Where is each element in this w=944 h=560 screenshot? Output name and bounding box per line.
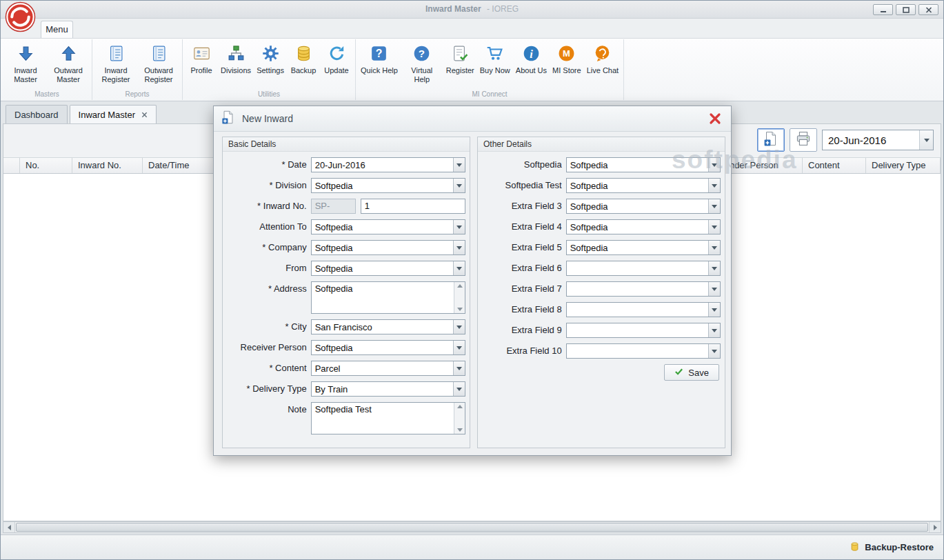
ribbon-button-settings[interactable]: Settings — [254, 39, 287, 75]
chevron-down-icon[interactable] — [708, 241, 720, 254]
save-button-label: Save — [688, 368, 709, 378]
chat-icon — [593, 43, 612, 64]
ribbon-button-about-us[interactable]: iAbout Us — [513, 39, 550, 75]
other-softpedia-combobox[interactable]: Softpedia — [566, 157, 721, 172]
tab-close-icon[interactable] — [141, 112, 148, 118]
chevron-down-icon[interactable] — [453, 179, 465, 192]
column-header-delivery-type[interactable]: Delivery Type — [866, 158, 941, 173]
combobox-value: Softpedia — [567, 222, 708, 232]
basic-note-textarea[interactable]: Softpedia Test — [311, 402, 465, 434]
basic-content-combobox[interactable]: Parcel — [311, 361, 465, 376]
chevron-down-icon[interactable] — [708, 199, 720, 213]
register-doc-icon — [451, 43, 470, 64]
svg-text:i: i — [530, 48, 533, 61]
other-extra-field-6-combobox[interactable] — [566, 261, 721, 276]
ribbon-groups: Inward MasterOutward MasterMastersInward… — [1, 39, 943, 101]
chevron-down-icon[interactable] — [453, 361, 465, 375]
other-extra-field-10-combobox[interactable] — [566, 343, 721, 359]
column-header-content[interactable]: Content — [803, 158, 866, 173]
ribbon-button-register[interactable]: Register — [443, 39, 477, 75]
combobox-value: Softpedia — [567, 181, 708, 191]
ribbon-group-reports: Inward RegisterOutward RegisterReports — [92, 39, 183, 100]
chevron-down-icon[interactable] — [453, 382, 465, 396]
basic-address-textarea[interactable]: Softpedia — [311, 281, 465, 314]
tab-dashboard[interactable]: Dashboard — [6, 105, 68, 123]
chevron-down-icon[interactable] — [708, 303, 720, 317]
chevron-down-icon[interactable] — [708, 220, 720, 234]
scroll-right-button[interactable] — [929, 522, 941, 532]
close-button[interactable] — [918, 4, 938, 15]
field-label: * Company — [227, 240, 307, 255]
tab-inward-master[interactable]: Inward Master — [70, 105, 157, 123]
ribbon-button-label: Quick Help — [361, 66, 398, 75]
textarea-scrollbar[interactable] — [454, 403, 465, 434]
textarea-scrollbar[interactable] — [454, 282, 465, 313]
ribbon-button-inward-master[interactable]: Inward Master — [4, 39, 47, 83]
chevron-down-icon[interactable] — [453, 220, 465, 234]
chevron-down-icon[interactable] — [453, 320, 465, 334]
chevron-down-icon[interactable] — [453, 341, 465, 354]
scrollbar-thumb[interactable] — [16, 523, 928, 532]
chevron-down-icon[interactable] — [453, 261, 465, 275]
ribbon-button-buy-now[interactable]: Buy Now — [477, 39, 513, 75]
chevron-down-icon[interactable] — [708, 282, 720, 296]
basic-delivery-type-combobox[interactable]: By Train — [311, 381, 465, 397]
ribbon-button-label: MI Store — [552, 66, 581, 75]
app-logo-icon — [5, 1, 36, 32]
basic-company-row: * CompanySoftpedia — [227, 240, 465, 255]
dialog-header: New Inward — [214, 106, 731, 132]
basic-date-combobox[interactable]: 20-Jun-2016 — [311, 157, 465, 172]
basic-date-row: * Date20-Jun-2016 — [227, 157, 465, 172]
print-button[interactable] — [790, 128, 817, 152]
chevron-down-icon[interactable] — [708, 179, 720, 192]
save-button[interactable]: Save — [664, 364, 719, 381]
column-header-inward-no[interactable]: Inward No. — [72, 158, 143, 173]
other-extra-field-8-combobox[interactable] — [566, 302, 721, 317]
chevron-down-icon[interactable] — [708, 323, 720, 337]
ribbon-button-virtual-help[interactable]: ?Virtual Help — [401, 39, 443, 83]
backup-restore-button[interactable]: Backup-Restore — [850, 541, 934, 554]
dialog-close-button[interactable] — [706, 110, 724, 128]
menu-tab[interactable]: Menu — [41, 21, 73, 38]
other-extra-field-5-combobox[interactable]: Softpedia — [566, 240, 721, 255]
ribbon-button-outward-register[interactable]: Outward Register — [137, 39, 180, 83]
chevron-down-icon[interactable] — [919, 130, 933, 150]
field-label: Extra Field 6 — [482, 261, 562, 276]
combobox-value: Softpedia — [567, 201, 708, 212]
column-header-no[interactable]: No. — [20, 158, 72, 173]
new-record-button[interactable] — [757, 128, 785, 152]
maximize-button[interactable] — [896, 4, 916, 15]
chevron-down-icon[interactable] — [453, 241, 465, 254]
ribbon-button-inward-register[interactable]: Inward Register — [94, 39, 137, 83]
basic-company-combobox[interactable]: Softpedia — [311, 240, 465, 255]
combobox-value: Parcel — [312, 363, 453, 374]
basic-division-combobox[interactable]: Softpedia — [311, 178, 465, 193]
basic-inward-no-input[interactable]: 1 — [361, 199, 465, 214]
other-extra-field-7-combobox[interactable] — [566, 281, 721, 297]
ribbon-button-outward-master[interactable]: Outward Master — [47, 39, 90, 83]
other-extra-field-9-combobox[interactable] — [566, 323, 721, 338]
grid-date-picker[interactable]: 20-Jun-2016 — [822, 130, 934, 150]
other-extra-field-4-combobox[interactable]: Softpedia — [566, 219, 721, 234]
basic-receiver-person-combobox[interactable]: Softpedia — [311, 340, 465, 355]
other-extra-field-3-combobox[interactable]: Softpedia — [566, 199, 721, 214]
ribbon-button-profile[interactable]: Profile — [185, 39, 218, 75]
ribbon-button-live-chat[interactable]: Live Chat — [584, 39, 621, 75]
chevron-down-icon[interactable] — [708, 158, 720, 172]
ribbon-button-divisions[interactable]: Divisions — [218, 39, 254, 75]
ribbon-button-update[interactable]: Update — [320, 39, 353, 75]
scroll-left-button[interactable] — [3, 522, 15, 532]
minimize-button[interactable] — [873, 4, 893, 15]
column-label: Content — [808, 160, 840, 170]
chevron-down-icon[interactable] — [453, 158, 465, 172]
ribbon-button-backup[interactable]: Backup — [287, 39, 320, 75]
chevron-down-icon[interactable] — [708, 344, 720, 358]
ribbon-button-quick-help[interactable]: ?Quick Help — [358, 39, 401, 75]
other-softpedia-test-combobox[interactable]: Softpedia — [566, 178, 721, 193]
basic-city-combobox[interactable]: San Francisco — [311, 319, 465, 334]
basic-attention-to-row: Attention ToSoftpedia — [227, 219, 465, 234]
basic-attention-to-combobox[interactable]: Softpedia — [311, 219, 465, 234]
basic-from-combobox[interactable]: Softpedia — [311, 261, 465, 276]
chevron-down-icon[interactable] — [708, 261, 720, 275]
ribbon-button-mi-store[interactable]: MMI Store — [550, 39, 584, 75]
